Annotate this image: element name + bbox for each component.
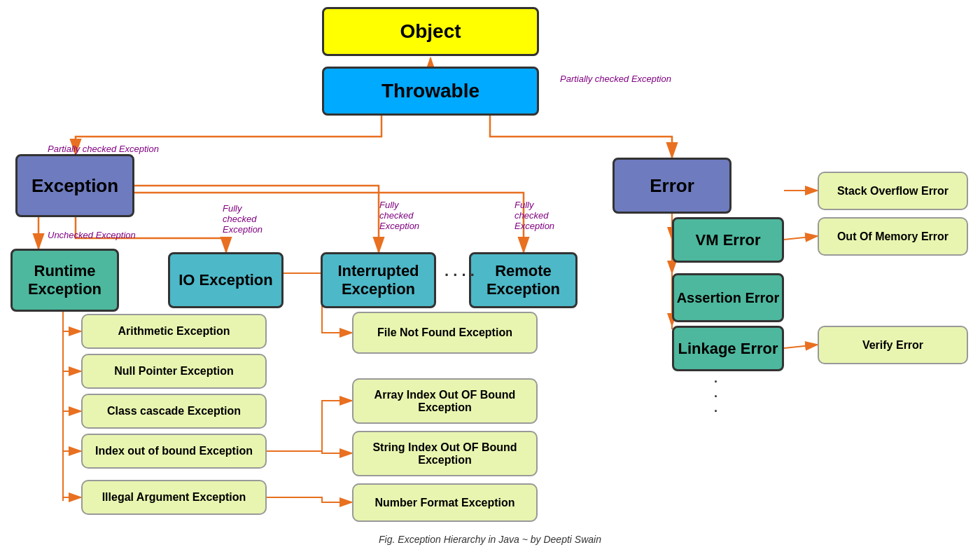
node-error: Error (612, 158, 732, 214)
dots-linkage: ··· (714, 375, 718, 419)
node-linkage: Linkage Error (672, 326, 784, 371)
node-object: Object (322, 7, 539, 56)
exception-label: Exception (31, 175, 118, 197)
io-label: IO Exception (178, 271, 272, 289)
caption: Fig. Exception Hierarchy in Java ~ by De… (379, 534, 601, 545)
node-arrayindex: Array Index Out OF Bound Exception (352, 378, 538, 424)
node-indexbound: Index out of bound Exception (81, 434, 267, 469)
node-stackoverflow: Stack Overflow Error (818, 172, 968, 210)
arithmetic-label: Arithmetic Exception (118, 325, 230, 338)
linkage-label: Linkage Error (678, 340, 778, 358)
unchecked-label: Unchecked Exception (48, 230, 136, 240)
throwable-label: Throwable (382, 80, 479, 102)
fully-checked-label2: Fully checked Exception (379, 200, 419, 231)
node-arithmetic: Arithmetic Exception (81, 314, 267, 349)
node-null: Null Pointer Exception (81, 354, 267, 389)
fully-checked-label3: Fully checked Exception (514, 200, 554, 231)
null-label: Null Pointer Exception (114, 365, 234, 378)
verifyerror-label: Verify Error (862, 339, 923, 352)
node-verifyerror: Verify Error (818, 326, 968, 364)
object-label: Object (400, 20, 461, 43)
error-label: Error (650, 175, 694, 197)
dots-middle: · · · · (444, 266, 475, 284)
node-outofmemory: Out Of Memory Error (818, 217, 968, 256)
node-filenotfound: File Not Found Exception (352, 312, 538, 354)
node-remote: Remote Exception (469, 252, 578, 308)
node-assertion: Assertion Error (672, 273, 784, 322)
remote-label: Remote Exception (471, 262, 575, 298)
filenotfound-label: File Not Found Exception (377, 326, 512, 339)
outofmemory-label: Out Of Memory Error (837, 230, 948, 243)
stringindex-label: String Index Out OF Bound Exception (354, 441, 536, 467)
node-throwable: Throwable (322, 67, 539, 116)
vmerror-label: VM Error (696, 231, 761, 249)
partially-checked-label-top: Partially checked Exception (560, 74, 671, 84)
illegal-label: Illegal Argument Exception (102, 491, 246, 504)
node-illegal: Illegal Argument Exception (81, 480, 267, 515)
partially-checked-label-exception: Partially checked Exception (48, 144, 159, 154)
node-interrupted: Interrupted Exception (321, 252, 436, 308)
indexbound-label: Index out of bound Exception (95, 445, 253, 457)
node-io: IO Exception (168, 252, 284, 308)
node-classcascade: Class cascade Exception (81, 394, 267, 429)
classcascade-label: Class cascade Exception (107, 405, 241, 418)
assertion-label: Assertion Error (677, 290, 780, 306)
stackoverflow-label: Stack Overflow Error (837, 185, 948, 198)
node-vmerror: VM Error (672, 217, 784, 263)
numberformat-label: Number Format Exception (374, 497, 514, 509)
node-runtime: Runtime Exception (10, 249, 119, 312)
node-numberformat: Number Format Exception (352, 483, 538, 522)
diagram: Object Throwable Partially checked Excep… (0, 0, 980, 552)
node-stringindex: String Index Out OF Bound Exception (352, 431, 538, 476)
runtime-label: Runtime Exception (13, 262, 117, 298)
fully-checked-label1: Fully checked Exception (223, 203, 262, 235)
arrayindex-label: Array Index Out OF Bound Exception (354, 389, 536, 414)
node-exception: Exception (15, 154, 134, 217)
interrupted-label: Interrupted Exception (323, 262, 434, 298)
